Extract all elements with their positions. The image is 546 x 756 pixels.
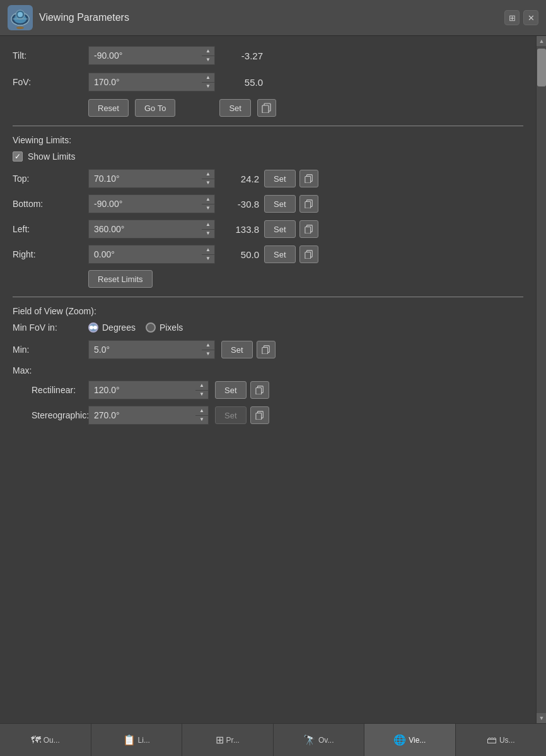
top-down-arrow[interactable]: ▼ xyxy=(202,179,214,188)
tilt-down-arrow[interactable]: ▼ xyxy=(202,56,214,65)
stereographic-copy-button[interactable] xyxy=(250,406,269,424)
left-copy-icon xyxy=(305,225,313,233)
min-fov-in-label: Min FoV in: xyxy=(13,322,88,333)
action-buttons-row: Reset Go To Set xyxy=(13,99,523,117)
left-current: 133.8 xyxy=(221,224,259,235)
left-up-arrow[interactable]: ▲ xyxy=(202,220,214,230)
tab-view-label: Vie... xyxy=(409,736,426,745)
max-label: Max: xyxy=(13,365,32,375)
stereographic-down-arrow[interactable]: ▼ xyxy=(195,416,208,425)
tilt-up-arrow[interactable]: ▲ xyxy=(202,47,214,56)
stereographic-up-arrow[interactable]: ▲ xyxy=(195,406,208,416)
min-copy-icon xyxy=(262,345,270,354)
min-down-arrow[interactable]: ▼ xyxy=(202,350,214,359)
top-label: Top: xyxy=(13,174,88,184)
tab-project-label: Pr... xyxy=(226,736,240,745)
right-up-arrow[interactable]: ▲ xyxy=(202,245,214,255)
stereographic-row: Stereographic: ▲ ▼ Set xyxy=(13,406,523,425)
right-down-arrow[interactable]: ▼ xyxy=(202,255,214,264)
pixels-label: Pixels xyxy=(160,322,183,333)
min-spinner: ▲ ▼ xyxy=(88,340,215,359)
right-input[interactable] xyxy=(88,245,202,264)
bottom-label: Bottom: xyxy=(13,199,88,209)
show-limits-checkbox[interactable]: ✓ xyxy=(13,151,23,162)
svg-rect-8 xyxy=(262,105,269,113)
top-input[interactable] xyxy=(88,169,202,188)
tab-user[interactable]: 🗃 Us... xyxy=(456,724,547,756)
left-label: Left: xyxy=(13,224,88,234)
bottom-copy-button[interactable] xyxy=(299,195,318,213)
left-input[interactable] xyxy=(88,220,202,239)
top-up-arrow[interactable]: ▲ xyxy=(202,170,214,179)
fov-down-arrow[interactable]: ▼ xyxy=(202,83,214,92)
bottom-up-arrow[interactable]: ▲ xyxy=(202,195,214,204)
tilt-spinner: ▲ ▼ xyxy=(88,46,215,65)
maximize-button[interactable]: ⊞ xyxy=(504,10,520,25)
rectilinear-input[interactable] xyxy=(88,381,195,399)
pixels-radio-item[interactable]: Pixels xyxy=(146,322,183,333)
min-input[interactable] xyxy=(88,340,202,359)
set-button[interactable]: Set xyxy=(219,99,251,117)
window-icon xyxy=(8,5,33,30)
fov-radio-group: Degrees Pixels xyxy=(88,322,183,333)
close-button[interactable]: ✕ xyxy=(523,10,538,25)
tilt-input[interactable] xyxy=(88,46,202,65)
divider-2 xyxy=(13,297,523,297)
stereographic-arrows: ▲ ▼ xyxy=(195,406,209,425)
reset-button[interactable]: Reset xyxy=(88,99,129,117)
goto-button[interactable]: Go To xyxy=(135,99,175,117)
pixels-radio-button[interactable] xyxy=(146,322,156,333)
scroll-track[interactable] xyxy=(537,46,546,713)
left-down-arrow[interactable]: ▼ xyxy=(202,230,214,239)
top-set-button[interactable]: Set xyxy=(264,170,296,187)
scrollbar: ▲ ▼ xyxy=(536,36,546,723)
rectilinear-up-arrow[interactable]: ▲ xyxy=(195,381,208,391)
reset-limits-button[interactable]: Reset Limits xyxy=(88,270,153,288)
svg-rect-10 xyxy=(305,177,310,184)
min-set-button[interactable]: Set xyxy=(221,341,253,358)
tab-outline[interactable]: 🗺 Ou... xyxy=(0,724,91,756)
scroll-thumb[interactable] xyxy=(537,49,546,86)
tab-list[interactable]: 📋 Li... xyxy=(91,724,183,756)
top-spinner: ▲ ▼ xyxy=(88,169,215,188)
right-copy-icon xyxy=(305,250,313,259)
scroll-down-arrow[interactable]: ▼ xyxy=(537,713,546,723)
max-label-row: Max: xyxy=(13,365,523,381)
main-content: Tilt: ▲ ▼ -3.27 FoV: ▲ ▼ xyxy=(0,36,536,723)
top-current: 24.2 xyxy=(221,174,259,184)
stereographic-set-button[interactable]: Set xyxy=(215,406,247,424)
tab-list-label: Li... xyxy=(138,736,150,745)
tilt-arrows: ▲ ▼ xyxy=(202,46,215,65)
top-copy-button[interactable] xyxy=(299,170,318,187)
tab-view[interactable]: 🌐 Vie... xyxy=(364,724,456,756)
degrees-radio-item[interactable]: Degrees xyxy=(88,322,136,333)
svg-rect-12 xyxy=(305,202,310,209)
min-copy-button[interactable] xyxy=(257,341,276,358)
left-set-button[interactable]: Set xyxy=(264,220,296,238)
degrees-radio-button[interactable] xyxy=(88,322,98,333)
min-up-arrow[interactable]: ▲ xyxy=(202,341,214,350)
fov-input[interactable] xyxy=(88,73,202,92)
top-arrows: ▲ ▼ xyxy=(202,169,215,188)
rectilinear-row: Rectilinear: ▲ ▼ Set xyxy=(13,381,523,399)
rectilinear-copy-button[interactable] xyxy=(250,381,269,399)
show-limits-row: ✓ Show Limits xyxy=(13,151,523,162)
stereographic-input[interactable] xyxy=(88,406,195,425)
scroll-up-arrow[interactable]: ▲ xyxy=(537,36,546,46)
tab-project[interactable]: ⊞ Pr... xyxy=(182,724,274,756)
fov-up-arrow[interactable]: ▲ xyxy=(202,73,214,83)
bottom-down-arrow[interactable]: ▼ xyxy=(202,204,214,213)
bottom-current: -30.8 xyxy=(221,199,259,210)
tilt-row: Tilt: ▲ ▼ -3.27 xyxy=(13,46,523,65)
svg-point-4 xyxy=(18,12,23,17)
svg-rect-14 xyxy=(305,227,310,234)
rectilinear-down-arrow[interactable]: ▼ xyxy=(195,391,208,399)
right-set-button[interactable]: Set xyxy=(264,245,296,263)
rectilinear-set-button[interactable]: Set xyxy=(215,381,247,399)
left-copy-button[interactable] xyxy=(299,220,318,238)
bottom-set-button[interactable]: Set xyxy=(264,195,296,213)
copy-button[interactable] xyxy=(257,99,276,117)
right-copy-button[interactable] xyxy=(299,245,318,263)
bottom-input[interactable] xyxy=(88,194,202,213)
tab-overview[interactable]: 🔭 Ov... xyxy=(274,724,365,756)
